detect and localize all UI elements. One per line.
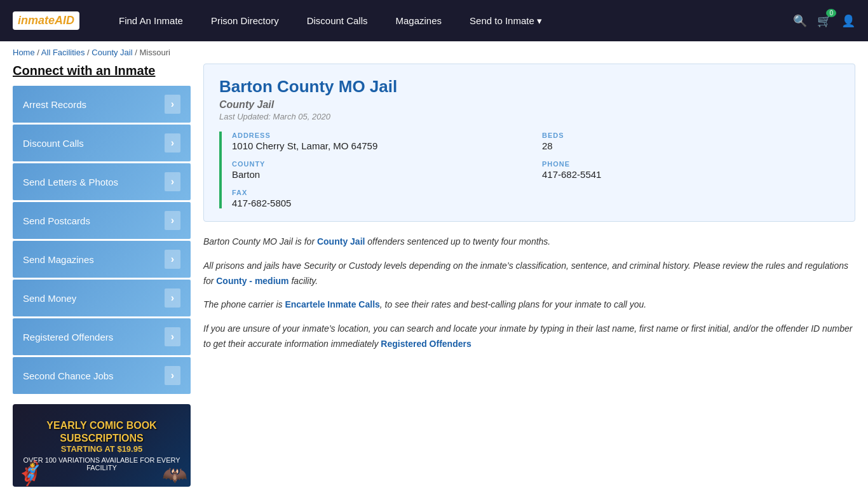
facility-type: County Jail xyxy=(219,99,839,111)
phone-label: PHONE xyxy=(542,160,839,168)
sidebar-item-label: Send Postcards xyxy=(23,215,90,226)
cart-badge: 0 xyxy=(826,9,836,17)
fax-value: 417-682-5805 xyxy=(232,198,529,208)
arrow-icon: › xyxy=(165,327,180,346)
breadcrumb-county-jail[interactable]: County Jail xyxy=(92,48,132,57)
ad-price: STARTING AT $19.95 xyxy=(61,444,142,454)
sidebar-item-send-letters[interactable]: Send Letters & Photos › xyxy=(13,163,191,200)
sidebar-item-send-money[interactable]: Send Money › xyxy=(13,280,191,316)
nav-send-to-inmate[interactable]: Send to Inmate ▾ xyxy=(456,0,556,41)
nav-magazines[interactable]: Magazines xyxy=(382,0,456,41)
sidebar-item-label: Send Magazines xyxy=(23,254,94,265)
fax-group: FAX 417-682-5805 xyxy=(232,189,529,208)
nav-links: Find An Inmate Prison Directory Discount… xyxy=(105,0,793,41)
arrow-icon: › xyxy=(165,133,180,152)
county-medium-link[interactable]: County - medium xyxy=(216,276,288,286)
nav-find-inmate[interactable]: Find An Inmate xyxy=(105,0,197,41)
arrow-icon: › xyxy=(165,250,180,269)
phone-value: 417-682-5541 xyxy=(542,169,839,180)
arrow-icon: › xyxy=(165,172,180,191)
main-content: Barton County MO Jail County Jail Last U… xyxy=(203,64,855,487)
breadcrumb-state: Missouri xyxy=(139,48,170,57)
facility-card: Barton County MO Jail County Jail Last U… xyxy=(203,64,855,222)
county-jail-link[interactable]: County Jail xyxy=(317,236,365,247)
logo-accent: AID xyxy=(55,14,74,27)
desc-p3: The phone carrier is Encartele Inmate Ca… xyxy=(203,297,855,313)
county-label: COUNTY xyxy=(232,160,529,168)
arrow-icon: › xyxy=(165,288,180,308)
sidebar-item-label: Send Letters & Photos xyxy=(23,177,118,187)
logo-inmate: inmate xyxy=(18,14,55,27)
superhero-right-icon: 🦇 xyxy=(162,463,187,487)
facility-updated: Last Updated: March 05, 2020 xyxy=(219,112,839,121)
arrow-icon: › xyxy=(165,211,180,230)
sidebar: Connect with an Inmate Arrest Records › … xyxy=(13,64,191,487)
sidebar-item-second-chance-jobs[interactable]: Second Chance Jobs › xyxy=(13,357,191,394)
sidebar-item-discount-calls[interactable]: Discount Calls › xyxy=(13,125,191,161)
sidebar-title: Connect with an Inmate xyxy=(13,64,191,78)
sidebar-item-label: Discount Calls xyxy=(23,138,84,149)
address-value: 1010 Cherry St, Lamar, MO 64759 xyxy=(232,140,529,151)
superhero-left-icon: 🦸 xyxy=(16,460,44,487)
sidebar-item-label: Arrest Records xyxy=(23,99,86,110)
address-label: ADDRESS xyxy=(232,132,529,139)
desc-p1: Barton County MO Jail is for County Jail… xyxy=(203,234,855,250)
fax-label: FAX xyxy=(232,189,529,196)
logo-text: inmateAID xyxy=(13,11,79,30)
logo[interactable]: inmateAID xyxy=(13,11,79,30)
sidebar-item-send-postcards[interactable]: Send Postcards › xyxy=(13,202,191,239)
user-icon[interactable]: 👤 xyxy=(841,14,855,28)
phone-group: PHONE 417-682-5541 xyxy=(542,160,839,180)
sidebar-item-label: Send Money xyxy=(23,293,76,304)
nav-discount-calls[interactable]: Discount Calls xyxy=(293,0,382,41)
sidebar-item-label: Registered Offenders xyxy=(23,332,113,342)
facility-description: Barton County MO Jail is for County Jail… xyxy=(203,234,855,352)
sidebar-ad[interactable]: 🦸 🦇 YEARLY COMIC BOOK SUBSCRIPTIONS STAR… xyxy=(13,404,191,487)
county-value: Barton xyxy=(232,169,529,180)
facility-name: Barton County MO Jail xyxy=(219,77,839,97)
arrow-icon: › xyxy=(165,95,180,114)
nav-actions: 🔍 🛒 0 👤 xyxy=(793,14,855,28)
breadcrumb-home[interactable]: Home xyxy=(13,48,35,57)
desc-p4: If you are unsure of your inmate’s locat… xyxy=(203,322,855,352)
breadcrumb-all-facilities[interactable]: All Facilities xyxy=(41,48,85,57)
breadcrumb: Home / All Facilities / County Jail / Mi… xyxy=(0,41,868,64)
address-group: ADDRESS 1010 Cherry St, Lamar, MO 64759 xyxy=(232,132,529,151)
arrow-icon: › xyxy=(165,366,180,385)
beds-value: 28 xyxy=(542,140,839,151)
county-group: COUNTY Barton xyxy=(232,160,529,180)
sidebar-menu: Arrest Records › Discount Calls › Send L… xyxy=(13,86,191,394)
desc-p2: All prisons and jails have Security or C… xyxy=(203,259,855,289)
main-container: Connect with an Inmate Arrest Records › … xyxy=(0,64,868,488)
cart-icon[interactable]: 🛒 0 xyxy=(817,14,831,28)
registered-offenders-link[interactable]: Registered Offenders xyxy=(381,339,471,349)
encartele-link[interactable]: Encartele Inmate Calls xyxy=(285,299,379,309)
nav-prison-directory[interactable]: Prison Directory xyxy=(197,0,293,41)
sidebar-item-send-magazines[interactable]: Send Magazines › xyxy=(13,241,191,278)
facility-details: ADDRESS 1010 Cherry St, Lamar, MO 64759 … xyxy=(219,132,839,208)
ad-title: YEARLY COMIC BOOK SUBSCRIPTIONS xyxy=(46,419,156,444)
sidebar-item-registered-offenders[interactable]: Registered Offenders › xyxy=(13,318,191,355)
beds-group: BEDS 28 xyxy=(542,132,839,151)
beds-label: BEDS xyxy=(542,132,839,139)
navigation: inmateAID Find An Inmate Prison Director… xyxy=(0,0,868,41)
sidebar-item-arrest-records[interactable]: Arrest Records › xyxy=(13,86,191,123)
sidebar-item-label: Second Chance Jobs xyxy=(23,370,114,381)
search-icon[interactable]: 🔍 xyxy=(793,14,807,28)
